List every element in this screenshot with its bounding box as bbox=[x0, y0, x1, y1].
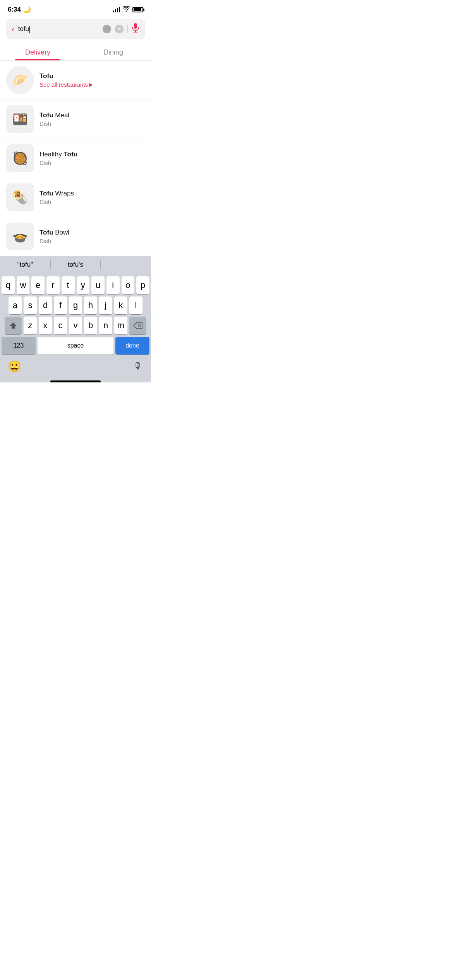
search-input-area: tofu bbox=[18, 25, 99, 33]
keyboard-area: "tofu" tofu's q w e r t y u i o p a s d … bbox=[0, 256, 151, 382]
text-cursor bbox=[29, 26, 30, 33]
autocomplete-bar: "tofu" tofu's bbox=[0, 256, 151, 273]
wifi-icon bbox=[123, 6, 130, 13]
key-q[interactable]: q bbox=[2, 276, 15, 294]
key-p[interactable]: p bbox=[136, 276, 149, 294]
results-list: 🥟 Tofu See all restaurants ▶ 🍱 Tofu Meal… bbox=[0, 61, 151, 256]
key-a[interactable]: a bbox=[9, 296, 22, 314]
home-indicator bbox=[50, 380, 101, 382]
emoji-button[interactable]: 😀 bbox=[8, 360, 21, 373]
status-bar: 6:34 🌙 bbox=[0, 0, 151, 16]
tab-delivery[interactable]: Delivery bbox=[0, 44, 76, 60]
result-bold-tofu-wraps: Tofu bbox=[39, 190, 53, 197]
autocomplete-item-3[interactable] bbox=[101, 261, 151, 269]
key-o[interactable]: o bbox=[122, 276, 135, 294]
result-plain-tofu-bowl: Bowl bbox=[53, 229, 70, 236]
key-z[interactable]: z bbox=[24, 317, 37, 334]
result-image-tofu-bowl: 🍲 bbox=[6, 223, 34, 250]
result-link-tofu[interactable]: See all restaurants ▶ bbox=[39, 81, 145, 88]
autocomplete-item-1[interactable]: "tofu" bbox=[0, 257, 50, 272]
key-d[interactable]: d bbox=[39, 296, 52, 314]
result-bold-healthy-tofu: Tofu bbox=[63, 151, 77, 158]
result-plain-tofu-meal: Meal bbox=[53, 111, 70, 119]
result-item-tofu-wraps[interactable]: 🌯 Tofu Wraps Dish bbox=[0, 178, 151, 217]
result-image-tofu: 🥟 bbox=[6, 66, 34, 94]
signal-bar-1 bbox=[113, 10, 114, 12]
key-x[interactable]: x bbox=[39, 317, 52, 334]
arrow-right-icon: ▶ bbox=[89, 82, 93, 87]
tab-dining[interactable]: Dining bbox=[76, 44, 151, 60]
result-item-tofu-category[interactable]: 🥟 Tofu See all restaurants ▶ bbox=[0, 61, 151, 100]
result-text-healthy-tofu: Healthy Tofu Dish bbox=[39, 151, 145, 166]
key-g[interactable]: g bbox=[69, 296, 82, 314]
result-subtitle-tofu-wraps: Dish bbox=[39, 199, 145, 205]
result-subtitle-healthy-tofu: Dish bbox=[39, 159, 145, 166]
result-subtitle-tofu-bowl: Dish bbox=[39, 238, 145, 244]
status-time: 6:34 🌙 bbox=[8, 5, 31, 14]
key-s[interactable]: s bbox=[24, 296, 37, 314]
backspace-key[interactable] bbox=[129, 317, 146, 334]
key-v[interactable]: v bbox=[69, 317, 82, 334]
result-item-healthy-tofu[interactable]: 🥘 Healthy Tofu Dish bbox=[0, 139, 151, 178]
result-bold-tofu-bowl: Tofu bbox=[39, 229, 53, 236]
clear-button[interactable]: ✕ bbox=[115, 25, 124, 33]
key-b[interactable]: b bbox=[84, 317, 97, 334]
back-button[interactable]: ‹ bbox=[12, 25, 14, 34]
result-text-tofu-wraps: Tofu Wraps Dish bbox=[39, 190, 145, 205]
key-y[interactable]: y bbox=[77, 276, 90, 294]
result-item-tofu-bowl[interactable]: 🍲 Tofu Bowl Dish bbox=[0, 217, 151, 256]
svg-rect-0 bbox=[134, 23, 137, 29]
shift-key[interactable] bbox=[5, 317, 22, 334]
result-item-tofu-meal[interactable]: 🍱 Tofu Meal Dish bbox=[0, 100, 151, 139]
battery-icon bbox=[132, 7, 143, 12]
moon-icon: 🌙 bbox=[23, 5, 31, 14]
result-title-healthy-tofu: Healthy Tofu bbox=[39, 151, 145, 158]
key-i[interactable]: i bbox=[106, 276, 120, 294]
key-j[interactable]: j bbox=[99, 296, 112, 314]
result-text-tofu: Tofu See all restaurants ▶ bbox=[39, 72, 145, 88]
numbers-key[interactable]: 123 bbox=[2, 337, 36, 355]
result-bold-tofu-meal: Tofu bbox=[39, 111, 53, 119]
key-c[interactable]: c bbox=[54, 317, 67, 334]
key-row-1: q w e r t y u i o p bbox=[2, 276, 149, 294]
key-row-3: z x c v b n m bbox=[2, 317, 149, 334]
key-r[interactable]: r bbox=[46, 276, 60, 294]
status-icons bbox=[113, 6, 143, 13]
key-m[interactable]: m bbox=[114, 317, 127, 334]
key-f[interactable]: f bbox=[54, 296, 67, 314]
key-u[interactable]: u bbox=[91, 276, 105, 294]
search-bar: ‹ tofu ✕ bbox=[6, 19, 145, 39]
result-title-tofu-meal: Tofu Meal bbox=[39, 111, 145, 119]
mic-bottom-button[interactable]: 🎙 bbox=[133, 360, 143, 372]
search-query[interactable]: tofu bbox=[18, 25, 99, 33]
space-key[interactable]: space bbox=[38, 337, 113, 355]
key-row-2: a s d f g h j k l bbox=[2, 296, 149, 314]
tab-dining-label: Dining bbox=[103, 48, 123, 56]
key-l[interactable]: l bbox=[129, 296, 142, 314]
key-n[interactable]: n bbox=[99, 317, 112, 334]
result-subtitle-tofu-meal: Dish bbox=[39, 120, 145, 127]
result-title-tofu-bowl: Tofu Bowl bbox=[39, 229, 145, 236]
key-w[interactable]: w bbox=[17, 276, 30, 294]
key-h[interactable]: h bbox=[84, 296, 97, 314]
key-k[interactable]: k bbox=[114, 296, 127, 314]
signal-bar-3 bbox=[117, 8, 118, 12]
key-e[interactable]: e bbox=[31, 276, 45, 294]
result-image-tofu-meal: 🍱 bbox=[6, 105, 34, 133]
key-t[interactable]: t bbox=[62, 276, 75, 294]
done-key[interactable]: done bbox=[115, 337, 149, 355]
voice-indicator bbox=[103, 25, 111, 33]
result-text-tofu-bowl: Tofu Bowl Dish bbox=[39, 229, 145, 244]
autocomplete-item-2[interactable]: tofu's bbox=[50, 257, 101, 272]
signal-bar-2 bbox=[115, 9, 116, 12]
signal-bars bbox=[113, 7, 120, 12]
key-rows: q w e r t y u i o p a s d f g h j k l bbox=[0, 273, 151, 356]
result-title-tofu: Tofu bbox=[39, 72, 145, 80]
result-subtitle-tofu: See all restaurants bbox=[39, 81, 88, 88]
result-image-tofu-wraps: 🌯 bbox=[6, 183, 34, 211]
result-bold-tofu: Tofu bbox=[39, 72, 53, 80]
key-row-bottom: 123 space done bbox=[2, 337, 149, 355]
mic-button[interactable] bbox=[132, 23, 139, 35]
time-label: 6:34 bbox=[8, 6, 21, 14]
tab-delivery-label: Delivery bbox=[25, 48, 50, 56]
